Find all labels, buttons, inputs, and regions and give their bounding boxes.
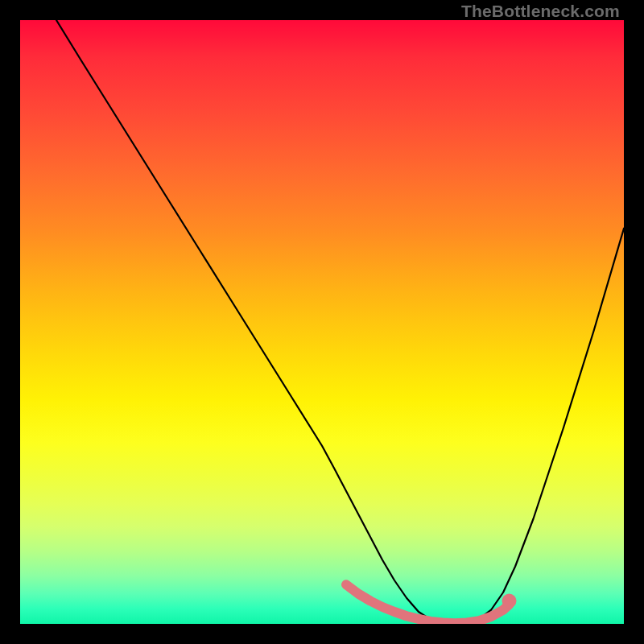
- bottleneck-curve: [56, 20, 624, 623]
- highlight-segment: [346, 584, 510, 623]
- highlight-dot: [502, 594, 517, 609]
- watermark-text: TheBottleneck.com: [461, 2, 620, 21]
- plot-area: [20, 20, 624, 624]
- curve-layer: [20, 20, 624, 624]
- chart-frame: TheBottleneck.com: [0, 0, 644, 644]
